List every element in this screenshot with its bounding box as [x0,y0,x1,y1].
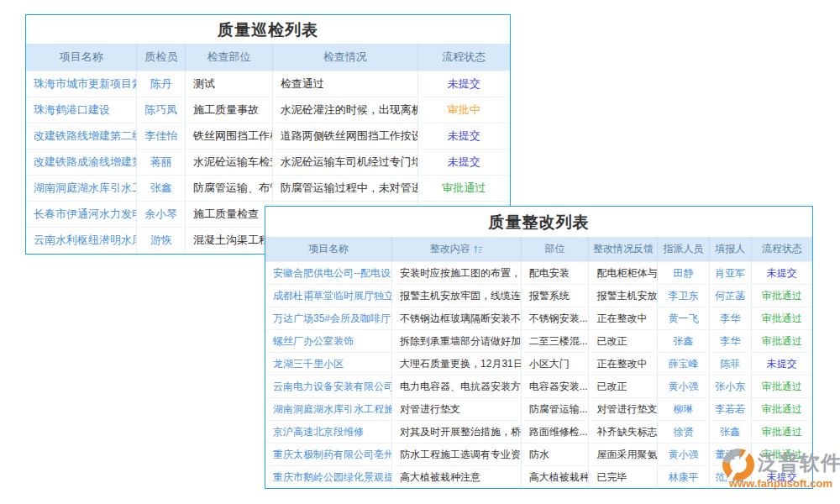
project-link[interactable]: 龙湖三千里小区 [265,353,392,375]
column-header-5: 流程状态 [418,44,510,71]
project-link[interactable]: 安徽合肥供电公司--配电设备... [265,262,392,284]
column-header-3: 检查部位 [186,44,273,71]
column-header-5: 指派人员 [658,237,709,261]
cell: 高大植被栽种注意 [392,466,522,488]
cell: 水泥砼运输车司机经过专门培训... [273,150,418,175]
cell: 安装时应按施工图的布置，将... [392,262,522,284]
person-link[interactable]: 何芷菡 [710,285,752,307]
project-link[interactable]: 重庆太极制药有限公司亳州中... [265,444,392,465]
cell: 报警主机安放... [589,285,658,307]
person-link[interactable]: 李若若 [710,398,752,420]
cell: 防腐管运输过程中，未对管进行... [273,176,418,201]
person-link[interactable]: 余小琴 [137,202,186,227]
cell: 对管进行垫支 [392,398,522,420]
table-row: 改建铁路线增建第二线...李佳怡铁丝网围挡工作检查道路两侧铁丝网围挡工作按设计.… [26,123,510,149]
person-link[interactable]: 蒋丽 [137,150,186,175]
person-link[interactable]: 陈丹 [137,71,186,97]
column-header-2: 质检员 [137,44,186,71]
project-link[interactable]: 珠海市城市更新项目紫... [26,71,137,97]
person-link[interactable]: 游恢 [137,228,186,253]
person-link[interactable]: 黄小强 [658,444,709,465]
table-row: 螺丝厂办公室装饰拆除到承重墙部分请做好加固...二至三楼混...已改正张鑫李华审… [265,329,812,352]
cell: 水泥砼运输车检查 [186,150,273,175]
cell: 正在整改中 [589,353,658,375]
person-link[interactable]: 张鑫 [137,176,186,201]
column-header-4: 整改情况反馈 [589,237,658,261]
project-link[interactable]: 重庆市鹅岭公园绿化景观提升... [265,466,392,488]
project-link[interactable]: 京沪高速北京段维修 [265,421,392,443]
person-link[interactable]: 柳琳 [658,398,709,420]
person-link[interactable]: 林康平 [658,466,709,488]
person-link[interactable]: 田静 [658,262,709,284]
rectification-table-title: 质量整改列表 [265,207,812,237]
person-link[interactable]: 陈菲 [710,353,752,375]
project-link[interactable]: 云南水利枢纽潜明水库... [26,228,137,253]
cell: 正在整改中 [589,307,658,329]
status-badge: 未提交 [418,150,510,175]
cell: 检查通过 [273,71,418,97]
column-header-label: 整改内容 [430,242,470,256]
column-header-label: 项目名称 [308,242,349,256]
project-link[interactable]: 改建铁路线增建第二线... [26,123,137,149]
cell: 混凝土沟渠工程 [186,228,273,253]
cell: 配电安装 [522,262,590,284]
column-header-label: 流程状态 [762,242,802,256]
rectification-table-header-row: 项目名称整改内容部位整改情况反馈指派人员填报人流程状态 [265,237,812,261]
status-badge: 未提交 [752,262,812,284]
person-link[interactable]: 薛宝峰 [658,353,709,375]
cell: 防水 [522,444,590,465]
cell: 小区大门 [522,353,590,375]
cell: 施工质量事故 [186,97,273,123]
column-header-label: 填报人 [715,242,745,256]
cell: 高大植被栽种 [522,466,590,488]
cell: 屋面采用聚氨... [589,444,658,465]
cell: 大理石质量更换，12月31日之... [392,353,522,375]
cell: 防水工程施工选调有专业资质... [392,444,522,465]
column-header-7: 流程状态 [752,237,812,261]
cell: 铁丝网围挡工作检查 [186,123,273,149]
project-link[interactable]: 湖南洞庭湖水库引水工... [26,176,137,201]
column-header-label: 整改情况反馈 [593,242,654,256]
person-link[interactable]: 肖亚军 [710,262,752,284]
cell: 电容器安装... [522,375,590,397]
person-link[interactable]: 黄小强 [658,375,709,397]
project-link[interactable]: 长春市伊通河水力发电... [26,202,137,227]
status-badge: 审批通过 [418,176,510,201]
project-link[interactable]: 万达广场35#会所及咖啡厅空... [265,307,392,329]
person-link[interactable]: 李卫东 [658,285,709,307]
column-header-2[interactable]: 整改内容 [392,237,522,261]
column-header-label: 流程状态 [442,50,486,65]
person-link[interactable]: 张鑫 [658,330,709,352]
column-header-6: 填报人 [710,237,752,261]
status-badge: 未提交 [752,353,812,375]
cell: 不锈钢边框玻璃隔断安装不牢... [392,307,522,329]
person-link[interactable]: 李华 [710,330,752,352]
cell: 对管进行垫支 [589,398,658,420]
table-row: 云南电力设备安装有限公司20...电力电容器、电抗器安装方案,...电容器安装.… [265,375,812,397]
project-link[interactable]: 成都杜甫草堂临时展厅独立展... [265,285,392,307]
column-header-1: 项目名称 [26,44,137,71]
project-link[interactable]: 改建铁路成渝线增建第... [26,150,137,175]
project-link[interactable]: 珠海鹤港口建设 [26,97,137,123]
person-link[interactable]: 张鑫 [710,421,752,443]
person-link[interactable]: 李华 [710,307,752,329]
person-link[interactable]: 徐贤 [658,421,709,443]
column-header-3: 部位 [522,237,590,261]
inspection-table-title: 质量巡检列表 [26,15,510,44]
person-link[interactable]: 张小东 [710,375,752,397]
column-header-label: 检查情况 [323,50,367,65]
watermark: 泛普软件 www.fanpusoft.com [717,444,840,496]
project-link[interactable]: 云南电力设备安装有限公司20... [265,375,392,397]
person-link[interactable]: 黄一飞 [658,307,709,329]
person-link[interactable]: 陈巧凤 [137,97,186,123]
project-link[interactable]: 螺丝厂办公室装饰 [265,330,392,352]
status-badge: 审批通过 [752,330,812,352]
column-header-4: 检查情况 [273,44,418,71]
cell: 已完毕 [589,466,658,488]
cell: 已改正 [589,375,658,397]
project-link[interactable]: 湖南洞庭湖水库引水工程施工标 [265,398,392,420]
cell: 已改正 [589,330,658,352]
table-row: 成都杜甫草堂临时展厅独立展...报警主机安放牢固，线缆连接...报警系统报警主机… [265,284,812,307]
person-link[interactable]: 李佳怡 [137,123,186,149]
table-row: 湖南洞庭湖水库引水工...张鑫防腐管运输、布管防腐管运输过程中，未对管进行...… [26,175,510,201]
